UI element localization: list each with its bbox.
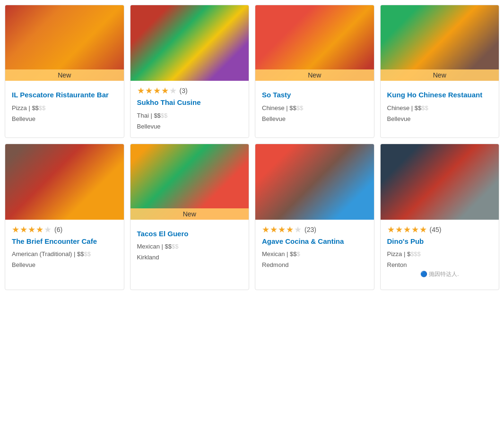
card-body: Tacos El Guero Mexican | $$$$ Kirkland xyxy=(130,220,249,269)
restaurant-name[interactable]: Tacos El Guero xyxy=(137,229,243,239)
restaurant-card-tacos-el-guero[interactable]: New Tacos El Guero Mexican | $$$$ Kirkla… xyxy=(130,144,250,291)
star-full: ★ xyxy=(12,225,19,234)
rating-row: ★★★★★ (3) xyxy=(137,86,243,95)
card-image xyxy=(5,144,124,220)
meta-row: Pizza | $$$$ xyxy=(12,104,117,112)
restaurant-card-il-pescatore[interactable]: New IL Pescatore Ristaurante Bar Pizza |… xyxy=(5,5,124,138)
star-half: ★ xyxy=(419,225,427,234)
card-body: ★★★★★ (23) Agave Cocina & Cantina Mexica… xyxy=(255,220,374,276)
restaurant-card-sukho-thai[interactable]: ★★★★★ (3) Sukho Thai Cusine Thai | $$$$ … xyxy=(130,5,250,138)
location: Bellevue xyxy=(12,115,117,122)
review-count: (45) xyxy=(430,226,442,233)
new-badge: New xyxy=(130,208,249,220)
stars-display: ★★★★★ xyxy=(137,86,177,95)
meta-row: Pizza | $$$$ xyxy=(387,250,493,257)
price-inactive: $$ xyxy=(172,243,178,250)
rating-row: ★★★★★ (23) xyxy=(262,225,367,234)
rating-row: ★★★★★ (6) xyxy=(12,225,117,234)
restaurant-image xyxy=(255,144,374,220)
restaurant-image xyxy=(381,144,499,220)
star-half: ★ xyxy=(36,225,43,234)
star-full: ★ xyxy=(153,86,161,95)
restaurant-grid: New IL Pescatore Ristaurante Bar Pizza |… xyxy=(5,5,499,290)
star-half: ★ xyxy=(161,86,169,95)
restaurant-name[interactable]: IL Pescatore Ristaurante Bar xyxy=(12,90,117,100)
price-active: $$ xyxy=(165,243,172,250)
location: Bellevue xyxy=(137,123,243,130)
restaurant-name[interactable]: Dino's Pub xyxy=(387,237,493,246)
star-full: ★ xyxy=(137,86,145,95)
price-active: $$ xyxy=(154,112,160,119)
review-count: (6) xyxy=(54,226,62,233)
restaurant-image xyxy=(5,144,124,220)
new-badge: New xyxy=(5,69,124,81)
card-image xyxy=(381,144,499,220)
card-body: ★★★★★ (3) Sukho Thai Cusine Thai | $$$$ … xyxy=(130,81,249,137)
star-empty: ★ xyxy=(44,225,52,234)
review-count: (23) xyxy=(304,226,316,233)
meta-row: Mexican | $$$ xyxy=(262,250,367,257)
restaurant-name[interactable]: Sukho Thai Cusine xyxy=(137,98,243,107)
price-inactive: $$ xyxy=(161,112,167,119)
review-count: (3) xyxy=(180,87,188,94)
meta-row: Chinese | $$$$ xyxy=(387,104,493,112)
star-empty: ★ xyxy=(169,86,177,95)
card-body: ★★★★★ (6) The Brief Encounter Cafe Ameri… xyxy=(5,220,124,276)
restaurant-card-brief-encounter[interactable]: ★★★★★ (6) The Brief Encounter Cafe Ameri… xyxy=(5,144,124,291)
restaurant-image xyxy=(130,5,249,81)
star-empty: ★ xyxy=(294,225,302,234)
restaurant-name[interactable]: Agave Cocina & Cantina xyxy=(262,237,367,246)
star-full: ★ xyxy=(387,225,395,234)
restaurant-name[interactable]: Kung Ho Chinese Restauant xyxy=(387,90,493,100)
location: Redmond xyxy=(262,261,367,268)
card-image xyxy=(130,5,249,81)
star-full: ★ xyxy=(286,225,294,234)
card-body: ★★★★★ (45) Dino's Pub Pizza | $$$$ Rento… xyxy=(381,220,499,290)
location: Bellevue xyxy=(387,115,493,122)
meta-row: Chinese | $$$$ xyxy=(262,104,367,112)
stars-display: ★★★★★ xyxy=(262,225,302,234)
new-badge: New xyxy=(381,69,499,81)
star-full: ★ xyxy=(145,86,153,95)
new-badge: New xyxy=(255,69,374,81)
price-inactive: $$$ xyxy=(410,250,421,257)
rating-row: ★★★★★ (45) xyxy=(387,225,493,234)
meta-row: Mexican | $$$$ xyxy=(137,243,243,250)
restaurant-name[interactable]: So Tasty xyxy=(262,90,367,100)
price-active: $$ xyxy=(290,250,296,257)
star-full: ★ xyxy=(262,225,269,234)
restaurant-card-kung-ho[interactable]: New Kung Ho Chinese Restauant Chinese | … xyxy=(380,5,500,138)
location: Renton xyxy=(387,261,493,268)
price-active: $$ xyxy=(32,104,38,112)
card-body: IL Pescatore Ristaurante Bar Pizza | $$$… xyxy=(5,81,124,130)
card-image: New xyxy=(255,5,374,81)
card-body: So Tasty Chinese | $$$$ Bellevue xyxy=(255,81,374,130)
card-image: New xyxy=(381,5,499,81)
price-inactive: $$ xyxy=(296,104,303,112)
star-full: ★ xyxy=(28,225,35,234)
meta-row: American (Traditional) | $$$$ xyxy=(12,250,117,257)
price-inactive: $$ xyxy=(421,104,428,112)
card-image: New xyxy=(130,144,249,220)
restaurant-card-dinos-pub[interactable]: ★★★★★ (45) Dino's Pub Pizza | $$$$ Rento… xyxy=(380,144,500,291)
card-image xyxy=(255,144,374,220)
location: Kirkland xyxy=(137,254,243,261)
restaurant-card-agave-cocina[interactable]: ★★★★★ (23) Agave Cocina & Cantina Mexica… xyxy=(255,144,374,291)
price-active: $$ xyxy=(415,104,421,112)
star-full: ★ xyxy=(395,225,403,234)
star-full: ★ xyxy=(278,225,286,234)
stars-display: ★★★★★ xyxy=(12,225,52,234)
price-active: $$ xyxy=(77,250,84,257)
location: Bellevue xyxy=(262,115,367,122)
star-full: ★ xyxy=(411,225,419,234)
watermark: 🔵 抛因特达人. xyxy=(387,268,493,282)
price-active: $$ xyxy=(289,104,296,112)
location: Bellevue xyxy=(12,261,117,268)
card-body: Kung Ho Chinese Restauant Chinese | $$$$… xyxy=(381,81,499,130)
stars-display: ★★★★★ xyxy=(387,225,427,234)
restaurant-name[interactable]: The Brief Encounter Cafe xyxy=(12,237,117,246)
star-full: ★ xyxy=(270,225,278,234)
meta-row: Thai | $$$$ xyxy=(137,112,243,119)
price-inactive: $$ xyxy=(84,250,90,257)
restaurant-card-so-tasty[interactable]: New So Tasty Chinese | $$$$ Bellevue xyxy=(255,5,374,138)
